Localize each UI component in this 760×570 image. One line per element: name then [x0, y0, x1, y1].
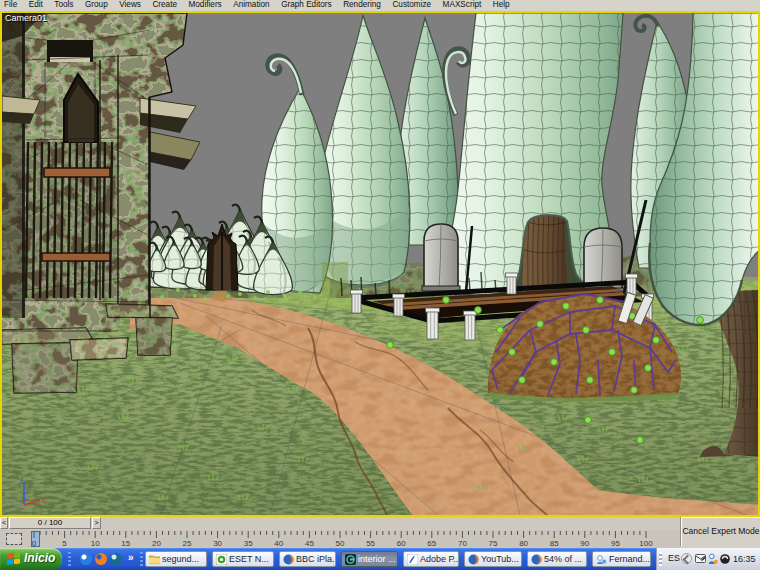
svg-text:10: 10: [91, 539, 100, 548]
svg-text:20: 20: [152, 539, 161, 548]
svg-text:90: 90: [580, 539, 589, 548]
svg-text:60: 60: [397, 539, 406, 548]
svg-text:25: 25: [183, 539, 192, 548]
svg-text:45: 45: [305, 539, 314, 548]
svg-text:100: 100: [639, 539, 653, 548]
svg-text:80: 80: [519, 539, 528, 548]
svg-text:85: 85: [550, 539, 559, 548]
svg-text:x: x: [42, 497, 46, 504]
svg-text:15: 15: [121, 539, 130, 548]
svg-text:95: 95: [611, 539, 620, 548]
svg-text:40: 40: [274, 539, 283, 548]
svg-text:55: 55: [366, 539, 375, 548]
svg-text:5: 5: [62, 539, 67, 548]
svg-text:75: 75: [489, 539, 498, 548]
svg-text:35: 35: [244, 539, 253, 548]
svg-text:50: 50: [336, 539, 345, 548]
svg-text:0: 0: [32, 539, 37, 548]
svg-text:30: 30: [213, 539, 222, 548]
svg-text:z: z: [20, 475, 24, 482]
svg-text:65: 65: [427, 539, 436, 548]
svg-text:70: 70: [458, 539, 467, 548]
